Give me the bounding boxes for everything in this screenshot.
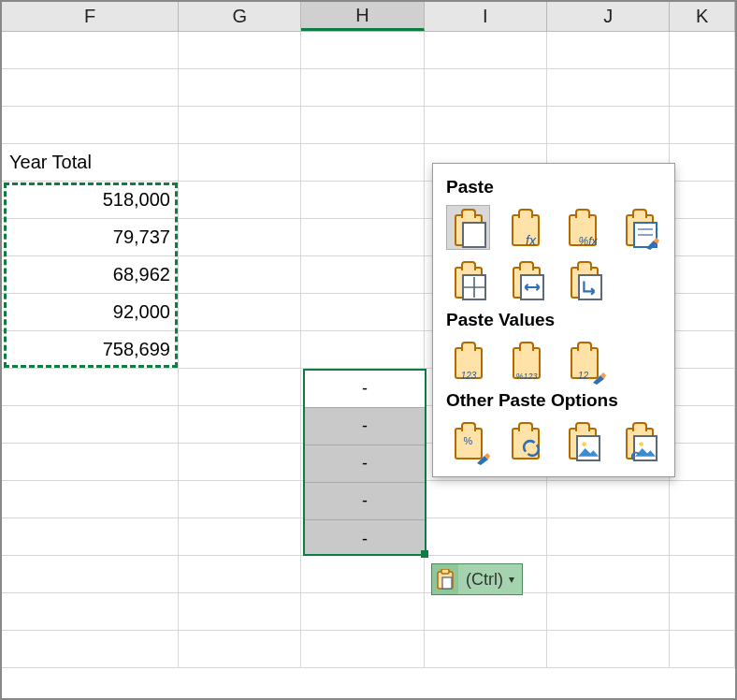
paste-transpose-icon[interactable]: [562, 257, 607, 302]
cell[interactable]: [2, 444, 179, 481]
col-header-H[interactable]: H: [301, 2, 424, 31]
paste-values-number-fmt-icon[interactable]: %123: [504, 338, 549, 383]
cell[interactable]: [179, 444, 301, 481]
cell[interactable]: [2, 107, 179, 144]
cell[interactable]: [670, 256, 735, 294]
cell[interactable]: [670, 69, 735, 107]
cell[interactable]: [179, 219, 301, 256]
cell-data[interactable]: 68,962: [2, 256, 179, 294]
cell[interactable]: [2, 481, 179, 518]
cell-data[interactable]: 92,000: [2, 294, 179, 331]
col-header-I[interactable]: I: [425, 2, 547, 31]
col-header-G[interactable]: G: [179, 2, 301, 31]
cell[interactable]: [301, 294, 424, 331]
cell[interactable]: [425, 593, 547, 631]
cell[interactable]: [670, 144, 735, 182]
cell[interactable]: [425, 107, 547, 144]
cell[interactable]: [670, 518, 735, 556]
cell[interactable]: [301, 182, 424, 219]
cell[interactable]: [179, 331, 301, 369]
paste-linked-picture-icon[interactable]: [617, 418, 661, 463]
cell[interactable]: [301, 32, 424, 69]
cell[interactable]: [425, 481, 547, 518]
cell[interactable]: [2, 518, 179, 556]
cell[interactable]: [301, 556, 424, 593]
cell[interactable]: [301, 593, 424, 631]
cell[interactable]: [547, 518, 670, 556]
cell[interactable]: [2, 556, 179, 593]
cell[interactable]: [301, 256, 424, 294]
col-header-J[interactable]: J: [547, 2, 670, 31]
cell[interactable]: [670, 444, 735, 481]
cell-year-total-label[interactable]: Year Total: [2, 144, 179, 182]
cell[interactable]: [670, 369, 735, 406]
cell[interactable]: [301, 331, 424, 369]
paste-keep-source-fmt-icon[interactable]: [617, 205, 661, 250]
cell[interactable]: [425, 32, 547, 69]
paste-formulas-icon[interactable]: fx: [503, 205, 547, 250]
cell-data[interactable]: 518,000: [2, 182, 179, 219]
cell[interactable]: [301, 518, 424, 556]
col-header-K[interactable]: K: [670, 2, 735, 31]
cell[interactable]: [547, 631, 670, 668]
cell[interactable]: [670, 219, 735, 256]
cell[interactable]: [425, 69, 547, 107]
paste-options-smart-tag[interactable]: (Ctrl) ▾: [431, 563, 523, 595]
cell[interactable]: [2, 69, 179, 107]
cell[interactable]: [670, 406, 735, 444]
paste-keep-col-width-icon[interactable]: [504, 257, 549, 302]
cell[interactable]: [670, 481, 735, 518]
cell[interactable]: [670, 631, 735, 668]
cell[interactable]: [425, 631, 547, 668]
paste-no-borders-icon[interactable]: [446, 257, 491, 302]
cell-data[interactable]: 758,699: [2, 331, 179, 369]
cell[interactable]: [670, 182, 735, 219]
cell[interactable]: [179, 593, 301, 631]
paste-link-icon[interactable]: [503, 418, 547, 463]
cell[interactable]: [670, 294, 735, 331]
cell[interactable]: [2, 406, 179, 444]
cell[interactable]: [301, 144, 424, 182]
cell[interactable]: [2, 593, 179, 631]
cell[interactable]: [301, 406, 424, 444]
cell[interactable]: [179, 294, 301, 331]
cell[interactable]: [547, 69, 670, 107]
cell[interactable]: [179, 182, 301, 219]
cell[interactable]: [179, 69, 301, 107]
cell[interactable]: [547, 593, 670, 631]
cell[interactable]: [2, 369, 179, 406]
cell[interactable]: [301, 631, 424, 668]
cell[interactable]: [179, 256, 301, 294]
cell[interactable]: [547, 481, 670, 518]
cell[interactable]: [670, 331, 735, 369]
cell[interactable]: [301, 444, 424, 481]
cell[interactable]: [547, 107, 670, 144]
cell[interactable]: [179, 32, 301, 69]
paste-values-icon[interactable]: 123: [446, 338, 491, 383]
cell[interactable]: [2, 32, 179, 69]
cell[interactable]: [301, 219, 424, 256]
cell[interactable]: [670, 593, 735, 631]
cell[interactable]: [670, 107, 735, 144]
cell[interactable]: [547, 32, 670, 69]
cell[interactable]: [179, 556, 301, 593]
cell[interactable]: [179, 144, 301, 182]
cell[interactable]: [179, 369, 301, 406]
cell[interactable]: [301, 69, 424, 107]
cell[interactable]: [179, 631, 301, 668]
cell[interactable]: [179, 107, 301, 144]
cell[interactable]: [301, 369, 424, 406]
cell[interactable]: [670, 556, 735, 593]
cell[interactable]: [547, 556, 670, 593]
col-header-F[interactable]: F: [2, 2, 179, 31]
cell[interactable]: [301, 481, 424, 518]
paste-picture-icon[interactable]: [560, 418, 604, 463]
cell-data[interactable]: 79,737: [2, 219, 179, 256]
paste-formulas-number-fmt-icon[interactable]: %fx: [560, 205, 604, 250]
paste-all-icon[interactable]: [446, 205, 490, 250]
cell[interactable]: [2, 631, 179, 668]
cell[interactable]: [670, 32, 735, 69]
cell[interactable]: [179, 406, 301, 444]
cell[interactable]: [179, 481, 301, 518]
cell[interactable]: [301, 107, 424, 144]
